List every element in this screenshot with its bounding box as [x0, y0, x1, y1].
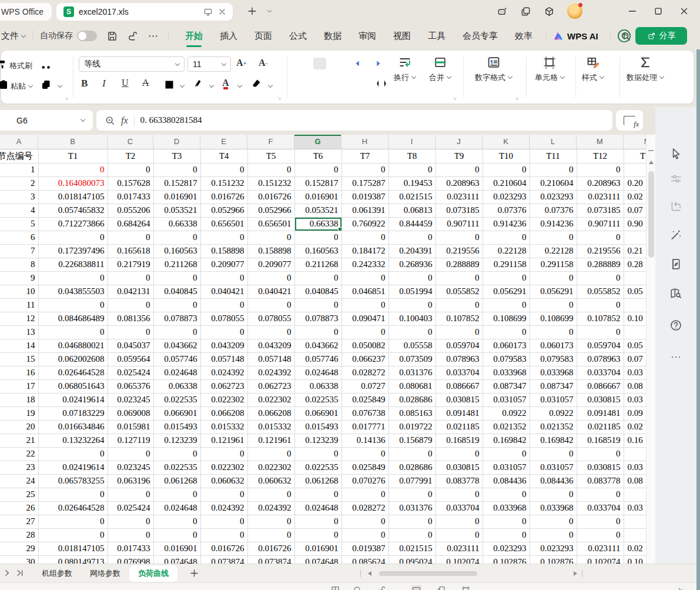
horizontal-scrollbar-thumb[interactable] [379, 571, 477, 576]
cell[interactable]: 0 [530, 488, 577, 501]
cell[interactable]: 0 [483, 447, 530, 461]
font-name-select[interactable]: 等线 [79, 56, 185, 72]
cell[interactable]: 0.025849 [341, 461, 388, 474]
column-header-I[interactable]: I [388, 135, 436, 149]
cell[interactable]: 0.056291 [483, 285, 530, 298]
cell[interactable]: 14 [0, 339, 38, 352]
apps-cube-icon[interactable] [544, 6, 555, 17]
cell[interactable]: 0.168519 [436, 434, 483, 447]
paste-icon[interactable] [0, 79, 9, 91]
cell[interactable]: 0.033704 [436, 501, 483, 515]
format-painter-label[interactable]: 格式刷 [9, 61, 32, 71]
align-top-icon[interactable] [293, 58, 306, 69]
cell[interactable]: 0.121961 [247, 434, 294, 447]
wrap-text-button[interactable]: 换行 [394, 55, 416, 83]
cell[interactable]: 0.086667 [577, 379, 624, 393]
cell[interactable]: 0.057746 [294, 352, 341, 366]
cell[interactable]: 0.152817 [153, 176, 200, 190]
clear-format-button[interactable] [250, 78, 262, 89]
status-grid-icon[interactable] [330, 585, 340, 590]
cell[interactable]: 0 [341, 528, 388, 542]
cell[interactable]: 0.19453 [388, 176, 436, 190]
column-header-N[interactable]: N [624, 135, 646, 149]
cell[interactable]: 0.046880021 [38, 339, 108, 352]
cell[interactable]: 0 [153, 325, 200, 339]
column-header-D[interactable]: D [153, 135, 200, 149]
cell[interactable]: 0.066901 [153, 406, 200, 420]
cell[interactable]: 0.078963 [436, 352, 483, 366]
header-cell[interactable]: T5 [247, 149, 294, 163]
cell[interactable]: 0 [436, 447, 483, 461]
cell[interactable]: 0 [200, 528, 247, 542]
cell[interactable]: 9 [0, 271, 38, 285]
align-middle-icon[interactable] [313, 58, 326, 69]
cell[interactable]: 0.046851 [341, 285, 388, 298]
status-resize-icon[interactable] [676, 585, 686, 590]
formula-bar[interactable]: fx 0. 663380281584 [96, 110, 612, 131]
menu-tab-公式[interactable]: 公式 [289, 31, 307, 42]
cell[interactable]: 0.019387 [341, 190, 388, 204]
cell[interactable]: 0.209077 [200, 258, 247, 271]
cell[interactable]: 0.060632 [200, 474, 247, 488]
workspace-tab[interactable]: WPS Office [0, 3, 52, 21]
cell[interactable]: 0.045037 [108, 339, 153, 352]
cell[interactable]: 0.016901 [294, 190, 341, 204]
cell[interactable]: 0.151232 [200, 176, 247, 190]
cell[interactable]: 0 [38, 447, 108, 461]
cell[interactable]: 0.031057 [483, 461, 530, 474]
cell[interactable]: 0.211268 [153, 258, 200, 271]
cell[interactable]: 0.062002608 [38, 352, 108, 366]
cell[interactable]: 0 [38, 163, 108, 176]
cell[interactable]: 0 [436, 271, 483, 285]
cell[interactable]: 0 [200, 325, 247, 339]
cell[interactable]: 0.16 [624, 434, 646, 447]
cell[interactable]: 0.217919 [108, 258, 153, 271]
cell[interactable]: 0.02 [624, 542, 646, 555]
cell[interactable]: 0 [38, 325, 108, 339]
cell[interactable]: 0.073874 [247, 555, 294, 564]
cell[interactable]: 18 [0, 393, 38, 406]
cell[interactable]: 0.024648 [153, 501, 200, 515]
cell[interactable]: 0.085624 [341, 555, 388, 564]
header-cell[interactable]: T11 [530, 149, 577, 163]
header-cell[interactable]: T12 [577, 149, 624, 163]
cell[interactable]: 0 [530, 325, 577, 339]
cell[interactable]: 0 [388, 271, 436, 285]
cell[interactable]: 0.069008 [108, 406, 153, 420]
close-tab-icon[interactable] [217, 7, 227, 16]
cell[interactable]: 30 [0, 555, 38, 564]
cell[interactable]: 0.22128 [530, 244, 577, 258]
cell[interactable]: 0.055206 [108, 204, 153, 217]
cell[interactable]: 0.024648 [153, 366, 200, 379]
cell[interactable]: 7 [0, 244, 38, 258]
last-sheet-icon[interactable] [15, 568, 25, 578]
cell[interactable]: 0.28 [624, 258, 646, 271]
vertical-scrollbar-thumb[interactable] [648, 171, 654, 258]
share-button[interactable]: 分享 [635, 27, 687, 45]
cell[interactable]: 0.033704 [577, 366, 624, 379]
cell[interactable]: 0 [247, 515, 294, 528]
cell[interactable]: 0.022535 [294, 393, 341, 406]
menu-tab-视图[interactable]: 视图 [393, 31, 411, 42]
column-header-J[interactable]: J [436, 135, 483, 149]
zoom-out-icon[interactable] [105, 115, 115, 126]
cell[interactable]: 0.033704 [577, 501, 624, 515]
cell[interactable]: 0.074648 [294, 555, 341, 564]
cell[interactable]: 0 [153, 271, 200, 285]
cell[interactable]: 0.059564 [108, 352, 153, 366]
cell[interactable]: 0.656501 [200, 217, 247, 231]
copy-icon[interactable] [40, 79, 52, 91]
cell[interactable]: 0.66338 [153, 217, 200, 231]
cell[interactable]: 0 [483, 528, 530, 542]
cell[interactable]: 0.083778 [436, 474, 483, 488]
cell[interactable]: 0 [341, 298, 388, 312]
cell[interactable]: 0 [388, 515, 436, 528]
cell[interactable] [624, 528, 646, 542]
cell[interactable]: 0 [388, 447, 436, 461]
cell[interactable]: 15 [0, 352, 38, 366]
cell[interactable]: 22 [0, 447, 38, 461]
cell[interactable]: 0 [294, 298, 341, 312]
cell[interactable]: 0.053521 [153, 204, 200, 217]
cell[interactable]: 0.057148 [247, 352, 294, 366]
cell[interactable]: 0.040845 [294, 285, 341, 298]
